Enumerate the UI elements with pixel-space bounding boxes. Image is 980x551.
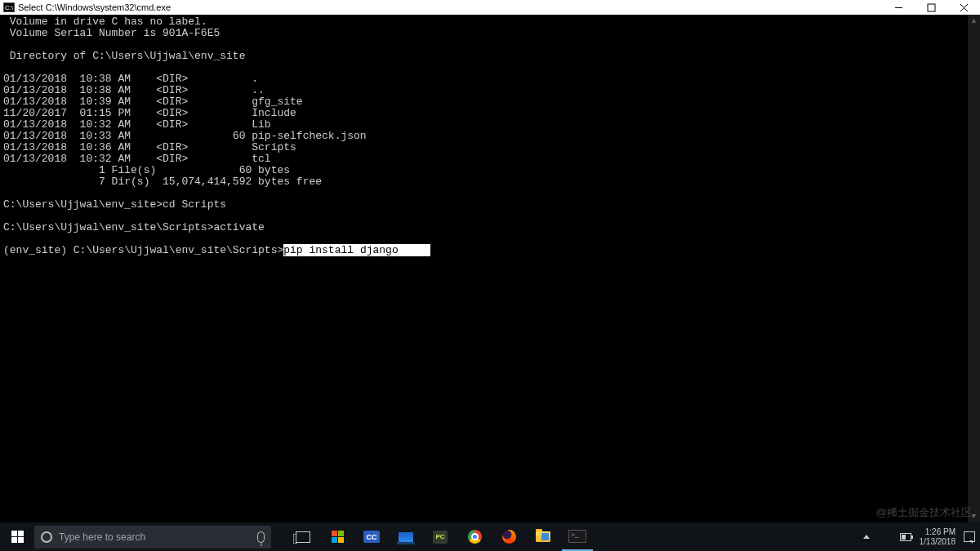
dir-summary-dirs: 7 Dir(s) 15,074,414,592 bytes free: [3, 176, 322, 188]
cmd-taskbar-button[interactable]: [562, 522, 593, 551]
minimize-button[interactable]: [882, 0, 915, 15]
dir-summary-files: 1 File(s) 60 bytes: [3, 164, 290, 176]
system-tray: 1:26 PM 1/13/2018: [861, 527, 981, 547]
pycharm-icon: PC: [433, 531, 448, 544]
scroll-down-button[interactable]: ▼: [968, 510, 980, 522]
windows-taskbar: Type here to search CC PC 1:26 PM 1/13/2…: [0, 522, 980, 551]
dir-row: 01/13/2018 10:32 AM <DIR> Lib: [3, 118, 271, 131]
maximize-button[interactable]: [915, 0, 947, 15]
cc-app-button[interactable]: CC: [356, 522, 387, 551]
cc-icon: CC: [363, 531, 380, 543]
taskbar-search-box[interactable]: Type here to search: [34, 526, 271, 549]
windows-logo-icon: [11, 531, 24, 543]
cmd-icon: C:\: [3, 2, 15, 12]
chevron-up-icon: [863, 535, 870, 539]
folder-icon: [536, 531, 550, 542]
dir-row: 01/13/2018 10:33 AM 60 pip-selfcheck.jso…: [3, 130, 367, 142]
dir-row: 01/13/2018 10:32 AM <DIR> tcl: [3, 153, 271, 165]
battery-button[interactable]: [900, 531, 911, 543]
terminal-output[interactable]: Volume in drive C has no label. Volume S…: [0, 15, 980, 522]
clock-time: 1:26 PM: [920, 527, 956, 537]
cmd-taskbar-icon: [568, 530, 586, 543]
chrome-button[interactable]: [459, 522, 490, 551]
pycharm-button[interactable]: PC: [425, 522, 456, 551]
dir-row: 01/13/2018 10:38 AM <DIR> ..: [3, 84, 265, 96]
volume-serial-line: Volume Serial Number is 901A-F6E5: [3, 27, 220, 39]
action-center-button[interactable]: [964, 531, 975, 543]
laptop-app-button[interactable]: [390, 522, 421, 551]
dir-row: 01/13/2018 10:38 AM <DIR> .: [3, 73, 258, 85]
prompt-cd-scripts: C:\Users\Ujjwal\env_site>cd Scripts: [3, 198, 226, 211]
wifi-button[interactable]: [880, 531, 892, 543]
laptop-icon: [399, 532, 413, 542]
search-icon: [41, 531, 52, 543]
window-titlebar: C:\ Select C:\Windows\system32\cmd.exe: [0, 0, 980, 15]
directory-of-line: Directory of C:\Users\Ujjwal\env_site: [3, 50, 245, 62]
microsoft-store-button[interactable]: [322, 522, 353, 551]
notification-icon: [964, 531, 975, 542]
chrome-icon: [468, 530, 482, 544]
start-button[interactable]: [0, 522, 34, 551]
window-title: Select C:\Windows\system32\cmd.exe: [18, 2, 171, 12]
wifi-icon: [880, 533, 892, 541]
typed-command: pip install django: [283, 244, 404, 256]
tray-overflow-button[interactable]: [861, 531, 872, 543]
volume-label-line: Volume in drive C has no label.: [3, 16, 207, 28]
close-button[interactable]: [947, 0, 980, 15]
firefox-button[interactable]: [493, 522, 524, 551]
firefox-icon: [502, 530, 516, 544]
task-view-button[interactable]: [287, 522, 318, 551]
battery-icon: [900, 533, 911, 541]
clock-date: 1/13/2018: [920, 537, 956, 547]
prompt-prefix: (env_site) C:\Users\Ujjwal\env_site\Scri…: [3, 244, 283, 256]
svg-rect-1: [928, 4, 935, 11]
search-placeholder: Type here to search: [59, 531, 145, 543]
file-explorer-button[interactable]: [528, 522, 559, 551]
dir-row: 01/13/2018 10:39 AM <DIR> gfg_site: [3, 96, 303, 108]
microsoft-tiles-icon: [332, 531, 344, 543]
scroll-up-button[interactable]: ▲: [968, 15, 980, 27]
microphone-icon[interactable]: [257, 531, 265, 543]
command-cursor-pad: [405, 244, 430, 256]
task-view-icon: [296, 531, 310, 543]
dir-row: 11/20/2017 01:15 PM <DIR> Include: [3, 107, 296, 119]
prompt-activate: C:\Users\Ujjwal\env_site\Scripts>activat…: [3, 221, 265, 233]
clock-button[interactable]: 1:26 PM 1/13/2018: [920, 527, 956, 547]
terminal-scrollbar[interactable]: ▲ ▼: [968, 15, 980, 522]
dir-row: 01/13/2018 10:36 AM <DIR> Scripts: [3, 141, 296, 153]
